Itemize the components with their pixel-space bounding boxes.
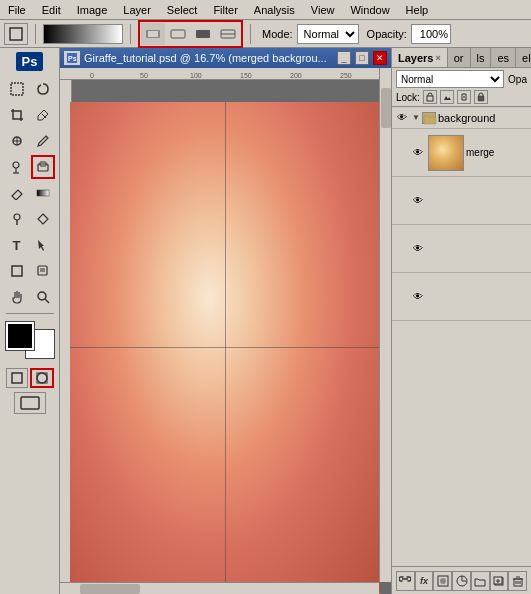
svg-point-35	[440, 578, 446, 584]
canvas-area: Ps Giraffe_tutorial.psd @ 16.7% (merged …	[60, 48, 391, 594]
pen-tool[interactable]	[31, 207, 55, 231]
crop-tool[interactable]	[5, 103, 29, 127]
tool-row-3	[5, 129, 55, 153]
opacity-input[interactable]	[411, 24, 451, 44]
screen-mode-btn[interactable]	[14, 392, 46, 414]
svg-rect-24	[12, 373, 22, 383]
tab-close-layers[interactable]: ×	[435, 53, 440, 63]
menu-help[interactable]: Help	[402, 4, 433, 16]
tab-layers[interactable]: Layers ×	[392, 48, 448, 67]
toolbar-sep1	[35, 24, 36, 44]
hand-tool[interactable]	[5, 285, 29, 309]
new-group-btn[interactable]	[471, 571, 490, 591]
tab-els[interactable]: els	[516, 48, 531, 67]
layer-item-empty-3[interactable]: 👁	[392, 273, 531, 321]
tool-row-6	[5, 207, 55, 231]
new-adjustment-layer-btn[interactable]	[452, 571, 471, 591]
svg-point-16	[14, 214, 20, 220]
toolbar-btn-1[interactable]	[141, 23, 165, 45]
add-layer-style-btn[interactable]: fx	[415, 571, 434, 591]
layer-group-header[interactable]: 👁 ▼ background	[392, 107, 531, 129]
toolbar-btn-2[interactable]	[166, 23, 190, 45]
notes-tool[interactable]	[31, 259, 55, 283]
layer-item-empty-1[interactable]: 👁	[392, 177, 531, 225]
type-tool[interactable]: T	[5, 233, 29, 257]
scrollbar-horizontal[interactable]	[60, 582, 379, 594]
marquee-tool[interactable]	[5, 77, 29, 101]
tab-ls[interactable]: ls	[471, 48, 492, 67]
eye-icon-empty2[interactable]: 👁	[410, 241, 426, 257]
lock-all-btn[interactable]	[474, 90, 488, 104]
doc-minimize-btn[interactable]: _	[337, 51, 351, 65]
healing-brush-tool[interactable]	[5, 129, 29, 153]
lock-image-btn[interactable]	[440, 90, 454, 104]
tool-row-7: T	[5, 233, 55, 257]
quick-mask-btn[interactable]	[30, 368, 53, 388]
layer-item-empty-2[interactable]: 👁	[392, 225, 531, 273]
history-brush-tool[interactable]	[31, 155, 55, 179]
tab-or[interactable]: or	[448, 48, 471, 67]
gradient-tool[interactable]	[31, 181, 55, 205]
dodge-tool[interactable]	[5, 207, 29, 231]
menu-image[interactable]: Image	[73, 4, 112, 16]
tool-row-4	[5, 155, 55, 179]
toolbar-btn-3[interactable]	[191, 23, 215, 45]
mode-select[interactable]: Normal	[297, 24, 359, 44]
tab-es[interactable]: es	[491, 48, 516, 67]
doc-close-btn[interactable]: ✕	[373, 51, 387, 65]
doc-titlebar: Ps Giraffe_tutorial.psd @ 16.7% (merged …	[60, 48, 391, 68]
tool-row-8	[5, 259, 55, 283]
lock-transparent-btn[interactable]	[423, 90, 437, 104]
layers-panel: Layers × or ls es els Normal Opa	[391, 48, 531, 594]
menu-layer[interactable]: Layer	[119, 4, 155, 16]
menu-analysis[interactable]: Analysis	[250, 4, 299, 16]
svg-point-12	[13, 162, 19, 168]
add-mask-btn[interactable]	[433, 571, 452, 591]
menu-edit[interactable]: Edit	[38, 4, 65, 16]
path-selection-tool[interactable]	[31, 233, 55, 257]
eye-icon-group[interactable]: 👁	[394, 110, 410, 126]
opacity-label: Opa	[508, 74, 527, 85]
eyedropper-tool[interactable]	[31, 103, 55, 127]
lasso-tool[interactable]	[31, 77, 55, 101]
lock-row: Lock:	[396, 90, 527, 104]
lock-position-btn[interactable]	[457, 90, 471, 104]
brush-tool[interactable]	[31, 129, 55, 153]
toolbar-btn-4[interactable]	[216, 23, 240, 45]
shape-tool[interactable]	[5, 259, 29, 283]
link-layers-btn[interactable]	[396, 571, 415, 591]
ps-badge: Ps	[16, 52, 44, 71]
canvas-content	[60, 72, 391, 594]
menu-window[interactable]: Window	[346, 4, 393, 16]
menu-select[interactable]: Select	[163, 4, 202, 16]
zoom-tool[interactable]	[31, 285, 55, 309]
toolbar-tool-btn[interactable]	[4, 23, 28, 45]
eraser-tool[interactable]	[5, 181, 29, 205]
toolbar: Mode: Normal Opacity:	[0, 20, 531, 48]
layer-item-merge[interactable]: 👁 merge	[392, 129, 531, 177]
eye-icon-empty3[interactable]: 👁	[410, 289, 426, 305]
gradient-preview[interactable]	[43, 24, 123, 44]
canvas-image	[70, 102, 380, 592]
menu-file[interactable]: File	[4, 4, 30, 16]
layers-controls: Normal Opa Lock:	[392, 68, 531, 107]
clone-stamp-tool[interactable]	[5, 155, 29, 179]
new-layer-btn[interactable]	[490, 571, 509, 591]
scrollbar-vertical[interactable]	[379, 68, 391, 582]
blend-mode-select[interactable]: Normal	[396, 70, 504, 88]
menu-filter[interactable]: Filter	[209, 4, 241, 16]
svg-rect-3	[171, 30, 185, 38]
tool-sep-1	[6, 313, 54, 314]
delete-layer-btn[interactable]	[508, 571, 527, 591]
foreground-color[interactable]	[6, 322, 34, 350]
doc-restore-btn[interactable]: □	[355, 51, 369, 65]
layer-empty-1: 👁	[392, 177, 531, 225]
panel-tabs: Layers × or ls es els	[392, 48, 531, 68]
tool-row-5	[5, 181, 55, 205]
layers-list: 👁 ▼ background 👁 merge 👁	[392, 107, 531, 566]
eye-icon-merge[interactable]: 👁	[410, 145, 426, 161]
standard-mode-btn[interactable]	[6, 368, 29, 388]
menu-view[interactable]: View	[307, 4, 339, 16]
eye-icon-empty1[interactable]: 👁	[410, 193, 426, 209]
expand-arrow[interactable]: ▼	[412, 113, 420, 122]
